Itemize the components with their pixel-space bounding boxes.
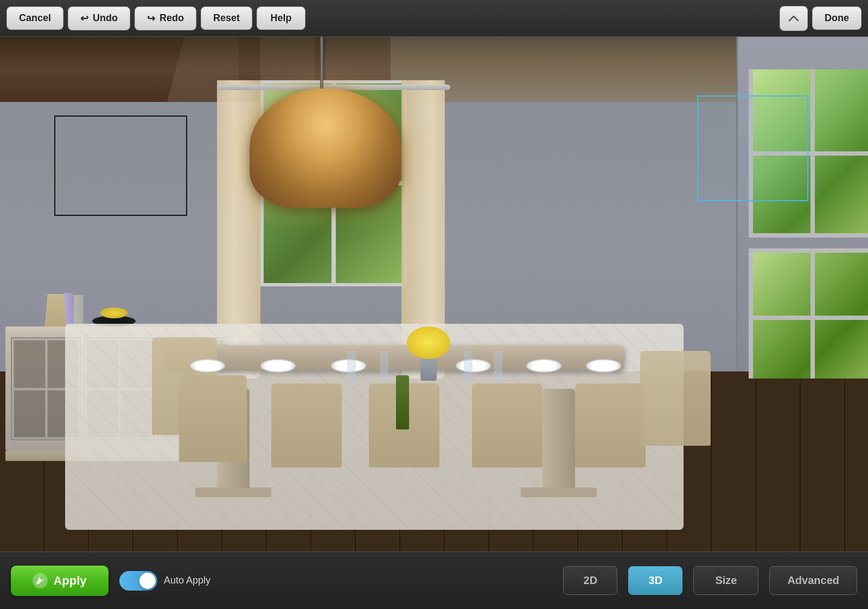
btn-3d[interactable]: 3D (628, 566, 682, 595)
cabinet-pane (14, 340, 46, 388)
glass-3 (464, 351, 473, 383)
table-foot-left (195, 488, 271, 497)
chair-left-1 (179, 375, 247, 462)
toggle-knob (139, 573, 156, 589)
cabinet-pane (14, 390, 46, 438)
reset-button[interactable]: Reset (201, 7, 252, 30)
toggle-track (119, 571, 157, 591)
wine-bottle (396, 375, 409, 429)
flowers (407, 326, 450, 359)
chair-right-1 (472, 383, 542, 467)
glass-4 (494, 351, 502, 383)
chandelier-chain (320, 37, 323, 91)
auto-apply-label: Auto Apply (164, 575, 210, 586)
btn-2d[interactable]: 2D (563, 566, 617, 595)
redo-button[interactable]: ↪ Redo (135, 7, 196, 30)
apply-button[interactable]: Apply (11, 566, 108, 596)
sideboard-fruits (100, 307, 127, 318)
plate-4 (456, 359, 491, 373)
table-foot-right (521, 488, 597, 497)
plate-5 (526, 359, 561, 373)
chair-far-right (640, 351, 711, 446)
size-button[interactable]: Size (693, 566, 758, 595)
plate-1 (190, 359, 225, 373)
bottom-toolbar: Apply Auto Apply 2D 3D Size Advanced (0, 552, 868, 609)
apply-label: Apply (53, 574, 86, 588)
sideboard-book-2 (64, 293, 74, 326)
chevron-up-button[interactable] (780, 6, 808, 31)
chair-left-2 (271, 383, 342, 467)
undo-icon: ↩ (80, 12, 88, 24)
auto-apply-toggle[interactable] (119, 571, 157, 591)
scene-viewport[interactable] (0, 37, 868, 552)
window-right-top (749, 69, 868, 238)
wall-art-frame-inner (56, 117, 186, 214)
chandelier-body (250, 88, 401, 208)
undo-label: Undo (93, 12, 118, 24)
done-button[interactable]: Done (812, 7, 861, 30)
redo-label: Redo (159, 12, 184, 24)
auto-apply-toggle-area: Auto Apply (119, 571, 228, 591)
glass-2 (380, 351, 388, 383)
glass-1 (347, 351, 356, 383)
advanced-button[interactable]: Advanced (769, 566, 857, 595)
chair-right-2 (575, 383, 646, 467)
top-toolbar: Cancel ↩ Undo ↪ Redo Reset Help Done (0, 0, 868, 37)
redo-icon: ↪ (147, 12, 155, 24)
plate-6 (586, 359, 621, 373)
table-base-right (542, 389, 575, 497)
apply-icon (33, 573, 48, 588)
plate-2 (260, 359, 296, 373)
help-button[interactable]: Help (257, 7, 305, 30)
cancel-button[interactable]: Cancel (7, 7, 63, 30)
sideboard-book-3 (74, 295, 84, 326)
window-right-bottom (749, 248, 868, 379)
undo-button[interactable]: ↩ Undo (68, 7, 130, 30)
